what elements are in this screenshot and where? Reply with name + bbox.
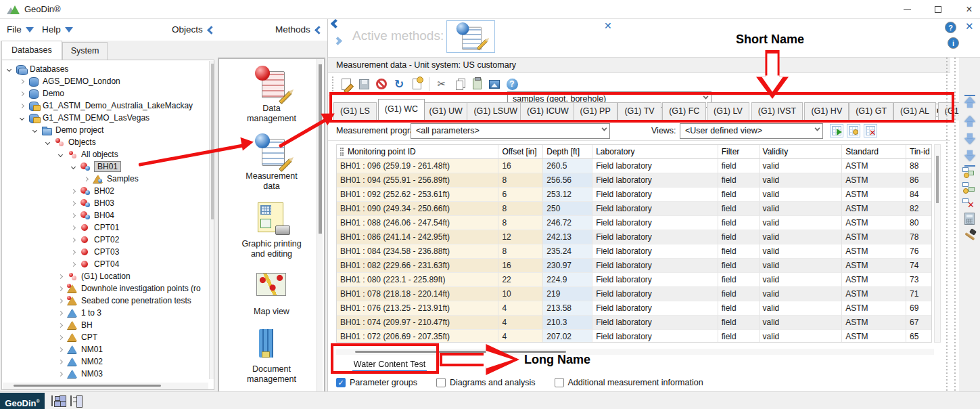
help-icon[interactable]: ? xyxy=(504,76,520,92)
cancel-icon[interactable] xyxy=(373,76,390,92)
method-tab-g1-wc[interactable]: (G1) WC xyxy=(378,99,425,121)
cut-icon[interactable]: ✂ xyxy=(434,76,450,92)
checkbox-unchecked-icon[interactable] xyxy=(555,378,564,387)
move-down-icon[interactable] xyxy=(962,133,977,148)
table-row[interactable]: BH01 : 090 (249.34 - 250.66ft)8250Field … xyxy=(337,202,931,216)
methods-scrollbar[interactable] xyxy=(317,59,323,391)
tree-item-demo-project[interactable]: Demo project xyxy=(2,124,205,136)
move-bottom-icon[interactable] xyxy=(962,150,977,165)
column-header-validity[interactable]: Validity xyxy=(760,145,843,159)
tree-item-databases[interactable]: Databases xyxy=(2,63,205,75)
chevron-collapsed-icon[interactable] xyxy=(71,200,76,205)
calculator-icon[interactable] xyxy=(962,212,977,227)
chevron-expanded-icon[interactable] xyxy=(32,127,37,132)
chevron-collapsed-icon[interactable] xyxy=(20,79,24,83)
chevron-collapsed-icon[interactable] xyxy=(71,249,76,254)
tree-item-1-to-3[interactable]: 1 to 3 xyxy=(2,307,205,319)
method-tab-g1-hv[interactable]: (G1) HV xyxy=(804,102,849,121)
checkbox-parameter-groups[interactable]: ✓Parameter groups xyxy=(336,378,417,387)
tree-item-nm02[interactable]: NM02 xyxy=(2,356,205,368)
chevron-collapsed-icon[interactable] xyxy=(58,371,63,376)
method-tab-g1-fc[interactable]: (G1) FC xyxy=(662,102,706,121)
chevron-expanded-icon[interactable] xyxy=(45,139,50,144)
method-tab-g1-uw[interactable]: (G1) UW xyxy=(423,102,469,121)
column-header-filter[interactable]: Filter xyxy=(718,145,760,159)
tree-item-demo[interactable]: Demo xyxy=(2,87,205,100)
tree-item-bh[interactable]: BH xyxy=(2,319,205,331)
chevron-expanded-icon[interactable] xyxy=(20,115,24,120)
tree-item-cpt04[interactable]: CPT04 xyxy=(2,258,205,270)
close-button[interactable]: × xyxy=(954,0,980,19)
tree-horizontal-scrollbar[interactable] xyxy=(3,383,208,389)
table-row[interactable]: BH01 : 096 (259.19 - 261.48ft)16260.5Fie… xyxy=(337,159,931,173)
views-dropdown[interactable]: <User defined view> xyxy=(680,123,823,139)
paste-icon[interactable] xyxy=(469,76,485,92)
export-icon[interactable] xyxy=(409,76,425,92)
maximize-button[interactable] xyxy=(923,0,954,19)
method-tab-g1-pp[interactable]: (G1) PP xyxy=(574,102,617,121)
checkbox-unchecked-icon[interactable] xyxy=(436,378,446,387)
menu-methods[interactable]: Methods xyxy=(275,24,322,35)
tree-item-bh03[interactable]: BH03 xyxy=(2,197,205,209)
tree-item-bh01[interactable]: BH01 xyxy=(2,160,205,173)
chevron-collapsed-icon[interactable] xyxy=(20,91,24,95)
move-top-icon[interactable] xyxy=(962,97,977,112)
tree-item-g1-astm-demo-lasvegas[interactable]: G1_ASTM_DEMO_LasVegas xyxy=(2,112,205,124)
refresh-icon[interactable]: ↻ xyxy=(391,76,407,92)
method-tab-g1-lv[interactable]: (G1) LV xyxy=(707,102,749,121)
method-tab-g1-icuw[interactable]: (G1) ICUW xyxy=(520,102,576,121)
column-header-standard[interactable]: Standard xyxy=(842,145,906,159)
panel-splitter[interactable] xyxy=(945,58,957,391)
chevron-collapsed-icon[interactable] xyxy=(71,225,76,230)
tab-system[interactable]: System xyxy=(62,42,108,60)
chevron-collapsed-icon[interactable] xyxy=(58,335,63,339)
checkbox-additional-measurement-information[interactable]: Additional measurement information xyxy=(555,378,703,387)
table-row[interactable]: BH01 : 074 (209.97 - 210.47ft)4210.3Fiel… xyxy=(337,316,931,330)
measurement-program-dropdown[interactable]: <all parameters> xyxy=(411,123,610,139)
chevron-collapsed-icon[interactable] xyxy=(20,103,24,108)
tree-item-bh02[interactable]: BH02 xyxy=(2,185,205,197)
tools-icon[interactable] xyxy=(962,228,977,243)
table-row[interactable]: BH01 : 086 (241.14 - 242.95ft)12242.13Fi… xyxy=(337,230,931,244)
table-row[interactable]: BH01 : 076 (213.25 - 213.91ft)4213.58Fie… xyxy=(337,301,931,316)
table-row[interactable]: BH01 : 094 (255.91 - 256.89ft)8256.56Fie… xyxy=(337,173,931,188)
chevron-collapsed-icon[interactable] xyxy=(84,176,89,181)
expand-panel-icon[interactable] xyxy=(333,37,342,45)
close-method-icon[interactable]: ✕ xyxy=(604,20,612,31)
checkbox-diagrams-and-analysis[interactable]: Diagrams and analysis xyxy=(436,378,535,387)
chevron-collapsed-icon[interactable] xyxy=(58,310,63,315)
delete-row-icon[interactable]: ✕ xyxy=(962,197,977,212)
table-row[interactable]: BH01 : 092 (252.62 - 253.61ft)6253.12Fie… xyxy=(337,188,931,202)
tree-item-g1-astm-demo-australia-lakemackay[interactable]: G1_ASTM_Demo_Australia_LakeMackay xyxy=(2,100,205,112)
insert-above-icon[interactable] xyxy=(962,167,977,181)
info-icon[interactable]: i xyxy=(948,37,959,49)
method-tab-g1-ivst[interactable]: (G1) IVST xyxy=(751,102,803,121)
method-measurement-data[interactable]: Measurementdata xyxy=(225,133,319,192)
chevron-collapsed-icon[interactable] xyxy=(58,274,63,278)
method-document-management[interactable]: Documentmanagement xyxy=(225,326,319,385)
tree-item-cpt02[interactable]: CPT02 xyxy=(2,234,205,246)
tab-databases[interactable]: Databases xyxy=(1,41,62,60)
table-vertical-scrollbar[interactable] xyxy=(934,144,941,343)
save-icon[interactable] xyxy=(356,76,372,92)
tree-item-ags-demo-london[interactable]: AGS_DEMO_London xyxy=(2,75,205,87)
chevron-expanded-icon[interactable] xyxy=(7,66,11,71)
apply-view-icon[interactable] xyxy=(830,124,843,137)
chevron-expanded-icon[interactable] xyxy=(58,152,63,156)
tree-item-cpt03[interactable]: CPT03 xyxy=(2,246,205,258)
chevron-collapsed-icon[interactable] xyxy=(58,347,63,351)
chevron-collapsed-icon[interactable] xyxy=(58,359,63,364)
chevron-collapsed-icon[interactable] xyxy=(71,237,76,242)
method-graphic-printing[interactable]: Graphic printingand editing xyxy=(225,201,319,259)
column-header-laboratory[interactable]: Laboratory xyxy=(592,145,718,159)
chevron-collapsed-icon[interactable] xyxy=(71,261,76,266)
active-method-measurement-data[interactable]: ✕ xyxy=(446,20,495,53)
method-tab-g1-tv[interactable]: (G1) TV xyxy=(617,102,661,121)
chevron-collapsed-icon[interactable] xyxy=(58,322,63,327)
chevron-collapsed-icon[interactable] xyxy=(58,286,63,290)
table-row[interactable]: BH01 : 084 (234.58 - 236.88ft)8235.24Fie… xyxy=(337,244,931,259)
move-up-icon[interactable] xyxy=(962,116,977,131)
method-map-view[interactable]: Map view xyxy=(225,269,319,317)
layout-ruler-icon[interactable] xyxy=(70,395,83,406)
tree-item-cpt01[interactable]: CPT01 xyxy=(2,221,205,234)
